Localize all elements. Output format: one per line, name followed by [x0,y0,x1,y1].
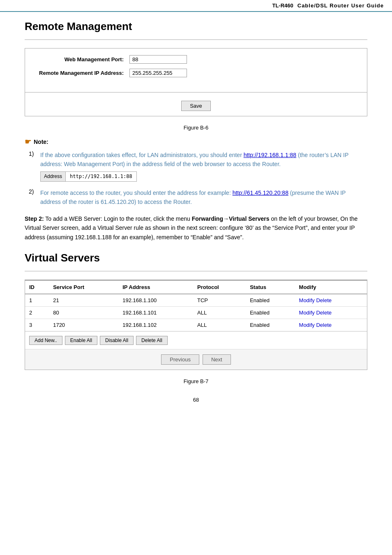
figure-b6-label: Figure B-6 [25,125,367,131]
vs-table-header-row: ID Service Port IP Address Protocol Stat… [25,280,367,294]
cell-port-3: 1720 [49,319,118,331]
note-item-2: 2) For remote access to the router, you … [29,188,367,207]
delete-all-button[interactable]: Delete All [136,336,168,345]
enable-all-button[interactable]: Enable All [65,336,97,345]
modify-link-3[interactable]: Modify [299,322,315,328]
rm-row-ip: Remote Management IP Address: [33,69,359,77]
modify-link-2[interactable]: Modify [299,310,315,316]
table-row: 3 1720 192.168.1.102 ALL Enabled Modify … [25,319,367,331]
cell-id-2: 2 [25,306,49,319]
note-header-text: Note: [34,139,48,145]
note-item-1: 1) If the above configuration takes effe… [29,150,367,183]
rm-label-port: Web Management Port: [33,56,124,62]
delete-link-2[interactable]: Delete [316,310,332,316]
cell-proto-3: ALL [193,319,246,331]
col-modify: Modify [295,280,367,294]
remote-management-title: Remote Management [25,20,367,33]
cell-proto-2: ALL [193,306,246,319]
note-text-2: For remote access to the router, you sho… [40,188,367,207]
rm-label-ip: Remote Management IP Address: [33,70,124,76]
note-num-1: 1) [29,150,40,157]
guide-name: Cable/DSL Router User Guide [297,2,384,9]
previous-button[interactable]: Previous [161,354,199,365]
rm-input-ip[interactable] [129,69,187,77]
section-divider-rm [25,39,367,40]
step2-section: Step 2: To add a WEB Server: Login to th… [25,214,367,242]
vs-table-head: ID Service Port IP Address Protocol Stat… [25,280,367,294]
table-row: 2 80 192.168.1.101 ALL Enabled Modify De… [25,306,367,319]
cell-status-2: Enabled [246,306,295,319]
save-button[interactable]: Save [181,101,211,111]
remote-management-box: Web Management Port: Remote Management I… [25,48,367,116]
cell-ip-3: 192.168.1.102 [118,319,193,331]
delete-link-1[interactable]: Delete [316,297,332,303]
cell-proto-1: TCP [193,294,246,307]
figure-b7-label: Figure B-7 [25,378,367,384]
modify-link-1[interactable]: Modify [299,297,315,303]
note-link-1[interactable]: http://192.168.1.1:88 [244,152,296,158]
table-row: 1 21 192.168.1.100 TCP Enabled Modify De… [25,294,367,307]
cell-ip-1: 192.168.1.100 [118,294,193,307]
disable-all-button[interactable]: Disable All [100,336,134,345]
pagination-row: Previous Next [25,349,367,370]
cell-modify-1: Modify Delete [295,294,367,307]
cell-port-1: 21 [49,294,118,307]
rm-input-port[interactable] [129,55,187,64]
cell-id-3: 3 [25,319,49,331]
address-value-text: http://192.168.1.1:88 [66,172,136,181]
product-name: TL-R460 [272,2,293,9]
cell-modify-3: Modify Delete [295,319,367,331]
note-text-1: If the above configuration takes effect,… [40,150,367,183]
cell-modify-2: Modify Delete [295,306,367,319]
col-status: Status [246,280,295,294]
address-bar-1: Address http://192.168.1.1:88 [40,171,137,182]
col-service-port: Service Port [49,280,118,294]
rm-save-row: Save [25,96,367,116]
address-label-text: Address [41,172,66,181]
note-list: 1) If the above configuration takes effe… [25,150,367,207]
virtual-servers-box: ID Service Port IP Address Protocol Stat… [25,280,367,370]
step2-menu: Forwarding→Virtual Servers [192,215,270,222]
cell-ip-2: 192.168.1.101 [118,306,193,319]
note-icon: ☛ [25,137,31,146]
cell-id-1: 1 [25,294,49,307]
col-protocol: Protocol [193,280,246,294]
page-header: TL-R460 Cable/DSL Router User Guide [0,0,392,12]
note-text-2-before: For remote access to the router, you sho… [40,190,233,196]
page-number: 68 [25,397,367,403]
col-ip-address: IP Address [118,280,193,294]
step2-label: Step 2: [25,215,44,222]
step2-text: To add a WEB Server: Login to the router… [45,215,191,222]
rm-divider [25,92,367,92]
cell-status-3: Enabled [246,319,295,331]
note-section: ☛ Note: 1) If the above configuration ta… [25,137,367,207]
note-num-2: 2) [29,188,40,195]
rm-fields: Web Management Port: Remote Management I… [25,49,367,89]
note-link-2[interactable]: http://61.45.120.20:88 [233,190,288,196]
rm-row-port: Web Management Port: [33,55,359,64]
vs-action-buttons: Add New.. Enable All Disable All Delete … [25,331,367,349]
virtual-servers-title: Virtual Servers [25,252,367,264]
note-header: ☛ Note: [25,137,367,146]
note-text-1-before: If the above configuration takes effect,… [40,152,244,158]
add-new-button[interactable]: Add New.. [29,336,62,345]
cell-port-2: 80 [49,306,118,319]
next-button[interactable]: Next [203,354,231,365]
col-id: ID [25,280,49,294]
section-divider-vs [25,271,367,271]
delete-link-3[interactable]: Delete [316,322,332,328]
cell-status-1: Enabled [246,294,295,307]
main-content: Remote Management Web Management Port: R… [0,12,392,419]
virtual-servers-table: ID Service Port IP Address Protocol Stat… [25,280,367,331]
vs-table-body: 1 21 192.168.1.100 TCP Enabled Modify De… [25,294,367,331]
